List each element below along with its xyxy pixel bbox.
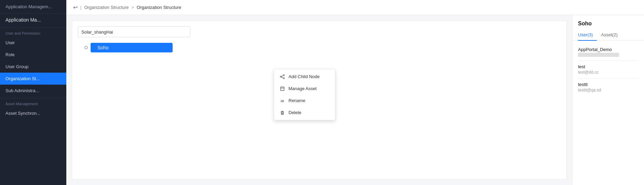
- search-input[interactable]: [78, 26, 190, 37]
- user-name-test: test: [578, 64, 639, 69]
- context-menu: Add Child Node Manage Asset AB: [274, 69, 335, 120]
- user-item-appportal: AppPortal_Demo: [578, 44, 639, 61]
- svg-text:AB: AB: [280, 99, 284, 102]
- svg-line-3: [281, 75, 283, 76]
- main-content: ↩ | Organization Structure > Organizatio…: [66, 0, 644, 185]
- sidebar-item-user[interactable]: User: [0, 37, 66, 49]
- panel-content: AppPortal_Demo test test@dd.cc testtt te…: [573, 41, 644, 185]
- breadcrumb-link[interactable]: Organization Structure: [84, 5, 129, 10]
- svg-point-0: [283, 74, 285, 76]
- svg-line-4: [281, 77, 283, 78]
- delete-icon: [280, 110, 285, 115]
- tab-asset[interactable]: Asset(2): [601, 29, 621, 41]
- sidebar-app-main[interactable]: Application Ma...: [0, 14, 66, 28]
- breadcrumb-back-button[interactable]: ↩: [73, 4, 78, 11]
- asset-icon: [280, 86, 285, 91]
- user-email-blurred-appportal: [578, 53, 639, 57]
- breadcrumb-bar: ↩ | Organization Structure > Organizatio…: [66, 0, 644, 15]
- tree-area: Soho Add Child Node: [72, 21, 567, 180]
- breadcrumb-separator1: |: [80, 5, 81, 10]
- user-email-testtt: testtt@qa.sd: [578, 88, 639, 92]
- svg-point-1: [280, 76, 282, 77]
- tree-node-soho: Soho: [84, 43, 561, 52]
- user-name-appportal: AppPortal_Demo: [578, 47, 639, 52]
- context-menu-delete[interactable]: Delete: [274, 107, 335, 119]
- right-panel: Soho User(3) Asset(2) AppPortal_Demo tes…: [572, 15, 644, 185]
- sidebar-item-role[interactable]: Role: [0, 49, 66, 61]
- context-menu-add-child-label: Add Child Node: [289, 74, 320, 79]
- tree-container: Soho: [78, 43, 561, 52]
- context-menu-add-child[interactable]: Add Child Node: [274, 71, 335, 83]
- context-menu-rename[interactable]: AB Rename: [274, 95, 335, 107]
- sidebar-app-title: Application Managem...: [0, 0, 66, 14]
- breadcrumb-arrow: >: [131, 5, 134, 10]
- tab-user[interactable]: User(3): [578, 29, 597, 41]
- user-item-testtt: testtt testtt@qa.sd: [578, 78, 639, 96]
- user-name-testtt: testtt: [578, 82, 639, 87]
- user-email-test: test@dd.cc: [578, 70, 639, 75]
- context-menu-manage-asset[interactable]: Manage Asset: [274, 83, 335, 95]
- panel-title: Soho: [573, 15, 644, 29]
- context-menu-delete-label: Delete: [289, 110, 301, 115]
- sidebar-section-user-permission: User and Permission: [0, 28, 66, 37]
- sidebar-item-asset-sync[interactable]: Asset Synchron...: [0, 107, 66, 119]
- rename-icon: AB: [280, 98, 285, 103]
- panel-tabs: User(3) Asset(2): [573, 29, 644, 41]
- tree-node-label-soho[interactable]: Soho: [91, 43, 173, 52]
- sidebar-section-asset-management: Asset Management: [0, 98, 66, 107]
- svg-point-2: [283, 77, 285, 79]
- share-icon: [280, 74, 285, 79]
- context-menu-rename-label: Rename: [289, 98, 305, 103]
- sidebar-item-org-structure[interactable]: Organization St...: [0, 73, 66, 85]
- sidebar-item-user-group[interactable]: User Group: [0, 61, 66, 73]
- sidebar-item-sub-admin[interactable]: Sub Administra...: [0, 85, 66, 97]
- context-menu-manage-asset-label: Manage Asset: [289, 86, 317, 91]
- breadcrumb-current: Organization Structure: [137, 5, 181, 10]
- tree-node-circle: [84, 46, 88, 49]
- svg-rect-5: [281, 87, 284, 90]
- sidebar: Application Managem... Application Ma...…: [0, 0, 66, 185]
- user-item-test: test test@dd.cc: [578, 61, 639, 78]
- content-area: Soho Add Child Node: [66, 15, 644, 185]
